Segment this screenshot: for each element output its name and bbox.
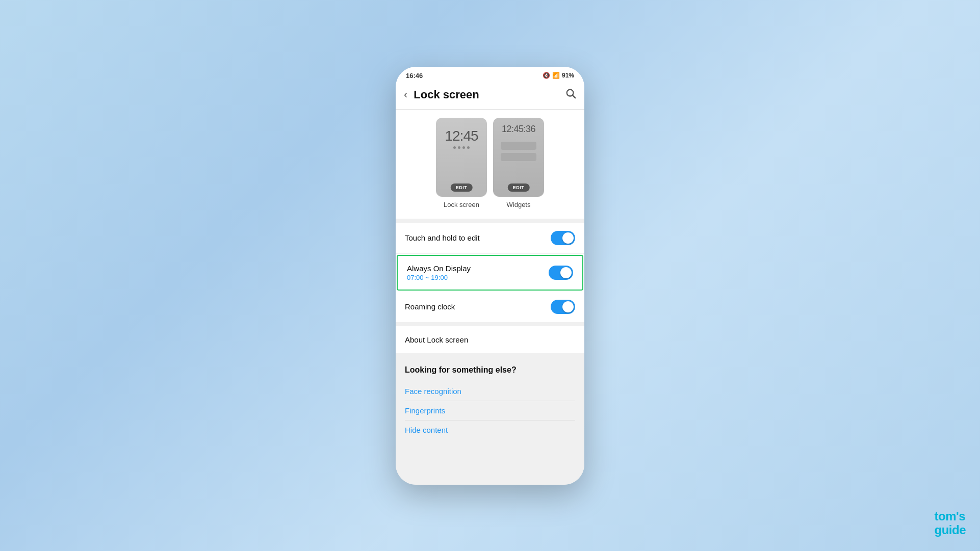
touch-hold-setting[interactable]: Touch and hold to edit (396, 223, 584, 254)
widgets-edit-pill[interactable]: EDIT (508, 183, 530, 192)
roaming-clock-title: Roaming clock (405, 302, 551, 311)
touch-hold-thumb (562, 232, 574, 244)
roaming-clock-text: Roaming clock (405, 302, 551, 311)
widgets-phone: 12:45:36 EDIT (493, 118, 544, 197)
svg-line-1 (573, 95, 575, 98)
face-recognition-link[interactable]: Face recognition (405, 382, 575, 401)
lock-screen-phone: 12:45 EDIT (436, 118, 487, 197)
roaming-clock-toggle[interactable] (551, 300, 575, 314)
page-title: Lock screen (414, 88, 559, 101)
preview-section: 12:45 EDIT Lock screen 12:45:36 (396, 110, 584, 219)
watermark-line2: guide (935, 523, 966, 537)
status-time: 16:46 (406, 72, 423, 80)
widget-bars (501, 142, 536, 161)
settings-section: Touch and hold to edit Always On Display… (396, 223, 584, 322)
always-on-display-title: Always On Display (407, 264, 549, 273)
toms-guide-watermark: tom's guide (935, 510, 966, 537)
status-bar: 16:46 🔇 📶 91% (396, 67, 584, 83)
roaming-clock-thumb (562, 301, 574, 312)
always-on-display-text: Always On Display 07:00 ~ 19:00 (407, 264, 549, 281)
back-button[interactable]: ‹ (404, 89, 407, 100)
looking-for-section: Looking for something else? Face recogni… (396, 357, 584, 436)
fingerprints-link[interactable]: Fingerprints (405, 401, 575, 421)
touch-hold-toggle[interactable] (551, 231, 575, 245)
touch-hold-title: Touch and hold to edit (405, 233, 551, 242)
mute-icon: 🔇 (543, 72, 550, 79)
watermark-line1: tom's (935, 510, 966, 523)
lock-screen-preview-card[interactable]: 12:45 EDIT Lock screen (436, 118, 487, 208)
about-section: About Lock screen (396, 326, 584, 353)
widget-bar-2 (501, 153, 536, 161)
header: ‹ Lock screen (396, 83, 584, 110)
widgets-label: Widgets (507, 201, 531, 208)
status-icons: 🔇 📶 91% (543, 72, 574, 79)
signal-icon: 📶 (552, 72, 560, 79)
about-lock-screen-item[interactable]: About Lock screen (396, 326, 584, 353)
search-button[interactable] (565, 88, 576, 102)
widgets-time: 12:45:36 (502, 124, 535, 135)
always-on-display-setting[interactable]: Always On Display 07:00 ~ 19:00 (397, 255, 583, 291)
always-on-display-thumb (560, 267, 572, 278)
dot-2 (458, 146, 460, 149)
battery-label: 91% (562, 72, 574, 79)
touch-hold-text: Touch and hold to edit (405, 233, 551, 242)
always-on-display-subtitle: 07:00 ~ 19:00 (407, 274, 549, 281)
about-title: About Lock screen (405, 335, 575, 344)
always-on-display-toggle[interactable] (549, 266, 573, 280)
dot-4 (467, 146, 470, 149)
widgets-preview-card[interactable]: 12:45:36 EDIT Widgets (493, 118, 544, 208)
dot-3 (462, 146, 465, 149)
phone-container: 16:46 🔇 📶 91% ‹ Lock screen 12:45 (396, 67, 584, 485)
roaming-clock-setting[interactable]: Roaming clock (396, 292, 584, 322)
hide-content-link[interactable]: Hide content (405, 421, 575, 436)
lock-screen-edit-pill[interactable]: EDIT (451, 183, 473, 192)
lock-screen-time: 12:45 (445, 128, 478, 144)
looking-for-title: Looking for something else? (405, 365, 575, 375)
widget-bar-1 (501, 142, 536, 150)
dot-1 (453, 146, 456, 149)
lock-screen-label: Lock screen (444, 201, 479, 208)
content-area: 12:45 EDIT Lock screen 12:45:36 (396, 110, 584, 485)
lock-dots (453, 146, 470, 149)
